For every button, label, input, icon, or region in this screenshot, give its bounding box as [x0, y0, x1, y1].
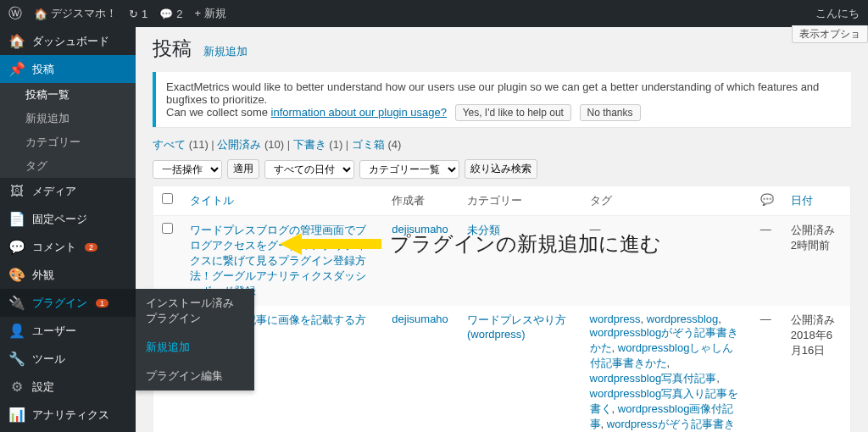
tools-icon: 🔧: [8, 351, 25, 367]
tag-link[interactable]: wordpressblogしゃしん付記事書きかた: [590, 341, 734, 369]
apply-button[interactable]: [227, 159, 259, 179]
plugins-flyout: インストール済みプラグイン 新規追加 プラグイン編集: [136, 289, 254, 390]
sidebar-plugins[interactable]: 🔌プラグイン1: [0, 289, 136, 317]
post-comments: —: [752, 306, 782, 432]
notice-line1: ExactMetrics would like to better unders…: [166, 80, 841, 106]
post-author-link[interactable]: dejisumaho: [392, 313, 448, 325]
appearance-icon: 🎨: [8, 267, 25, 283]
plugins-badge: 1: [96, 299, 108, 307]
tag-link[interactable]: wordpress: [590, 313, 641, 325]
sidebar-pages[interactable]: 📄固定ページ: [0, 205, 136, 233]
pin-icon: 📌: [8, 61, 25, 77]
col-author: 作成者: [383, 186, 459, 216]
flyout-add-new[interactable]: 新規追加: [136, 333, 254, 362]
settings-icon: ⚙: [8, 379, 25, 395]
post-comments: —: [752, 216, 782, 306]
media-icon: 🖼: [8, 184, 25, 199]
sidebar-analytics[interactable]: 📊アナリティクス: [0, 401, 136, 429]
notice-line2: Can we collect some: [166, 106, 271, 119]
filter-button[interactable]: [465, 159, 537, 179]
sidebar-media[interactable]: 🖼メディア: [0, 178, 136, 205]
new-content[interactable]: + 新規: [194, 6, 225, 21]
filter-published[interactable]: 公開済み: [217, 138, 261, 151]
col-date[interactable]: 日付: [791, 194, 813, 207]
dashboard-icon: 🏠: [8, 33, 25, 49]
sidebar-tools[interactable]: 🔧ツール: [0, 345, 136, 373]
site-name[interactable]: 🏠 デジスマホ！: [34, 6, 117, 21]
comments-indicator[interactable]: 💬 2: [159, 8, 182, 20]
sidebar-users[interactable]: 👤ユーザー: [0, 317, 136, 345]
comments-badge: 2: [85, 243, 97, 252]
wp-logo-icon[interactable]: ⓦ: [8, 5, 22, 23]
sidebar-collapse[interactable]: ◀メニューを閉じる: [0, 429, 136, 432]
post-category-link[interactable]: 未分類: [467, 224, 500, 236]
analytics-icon: 📊: [8, 407, 25, 423]
plugins-icon: 🔌: [8, 295, 25, 311]
add-new-button[interactable]: 新規追加: [203, 45, 248, 58]
post-title-link[interactable]: ワードプレスブログの管理画面でブログアクセスをグーグルアナリティクスに繋げて見る…: [190, 224, 366, 297]
row-checkbox[interactable]: [162, 223, 173, 234]
notice-link[interactable]: information about our plugin usage?: [271, 106, 447, 119]
col-comments: 💬: [752, 186, 782, 216]
post-tags: —: [581, 216, 752, 306]
table-row: ブログ内の記事に画像を記載する方法！dejisumahoワードプレスやり方(wo…: [153, 306, 850, 432]
notice-yes-button[interactable]: Yes, I'd like to help out: [455, 104, 571, 121]
comments-icon: 💬: [8, 239, 25, 255]
date-filter-select[interactable]: すべての日付: [264, 160, 354, 179]
filter-all[interactable]: すべて: [153, 138, 186, 151]
post-tags: wordpress, wordpressblog, wordpressblogが…: [581, 306, 752, 432]
flyout-installed[interactable]: インストール済みプラグイン: [136, 289, 254, 333]
flyout-edit[interactable]: プラグイン編集: [136, 362, 254, 390]
bulk-action-select[interactable]: 一括操作: [153, 160, 222, 179]
category-filter-select[interactable]: カテゴリー一覧: [359, 160, 459, 179]
sidebar-posts-new[interactable]: 新規追加: [0, 107, 136, 130]
pages-icon: 📄: [8, 211, 25, 227]
users-icon: 👤: [8, 323, 25, 339]
filter-draft[interactable]: 下書き: [293, 138, 326, 151]
post-category-link[interactable]: ワードプレスやり方(wordpress): [467, 313, 566, 341]
col-tags: タグ: [581, 186, 752, 216]
post-date: 公開済み2018年6月16日: [782, 306, 850, 432]
greeting[interactable]: こんにち: [815, 6, 860, 21]
col-category: カテゴリー: [459, 186, 581, 216]
filter-trash[interactable]: ゴミ箱: [352, 138, 385, 151]
col-title[interactable]: タイトル: [190, 194, 234, 207]
post-author-link[interactable]: dejisumaho: [392, 223, 448, 235]
notice-no-button[interactable]: No thanks: [580, 104, 641, 121]
post-date: 公開済み2時間前: [782, 216, 850, 306]
sidebar-settings[interactable]: ⚙設定: [0, 373, 136, 401]
sidebar-appearance[interactable]: 🎨外観: [0, 261, 136, 289]
select-all-checkbox[interactable]: [162, 193, 173, 204]
sidebar-dashboard[interactable]: 🏠ダッシュボード: [0, 27, 136, 55]
tag-link[interactable]: wordpressblog写真付記事: [590, 372, 717, 385]
sidebar-comments[interactable]: 💬コメント2: [0, 233, 136, 261]
sidebar-posts-all[interactable]: 投稿一覧: [0, 83, 136, 107]
page-title: 投稿: [153, 36, 192, 62]
sidebar-posts-tag[interactable]: タグ: [0, 154, 136, 178]
status-filters: すべて (11) | 公開済み (10) | 下書き (1) | ゴミ箱 (4): [153, 137, 851, 152]
notice: ExactMetrics would like to better unders…: [153, 72, 851, 127]
sidebar-posts-cat[interactable]: カテゴリー: [0, 130, 136, 154]
tag-link[interactable]: wordpressがぞう記事書きかた: [590, 418, 735, 432]
updates[interactable]: ↻ 1: [129, 8, 147, 20]
screen-options-button[interactable]: 表示オプショ: [792, 25, 868, 43]
sidebar-posts[interactable]: 📌投稿: [0, 55, 136, 83]
table-row: ワードプレスブログの管理画面でブログアクセスをグーグルアナリティクスに繋げて見る…: [153, 216, 850, 306]
tag-link[interactable]: wordpressblog: [647, 313, 719, 325]
